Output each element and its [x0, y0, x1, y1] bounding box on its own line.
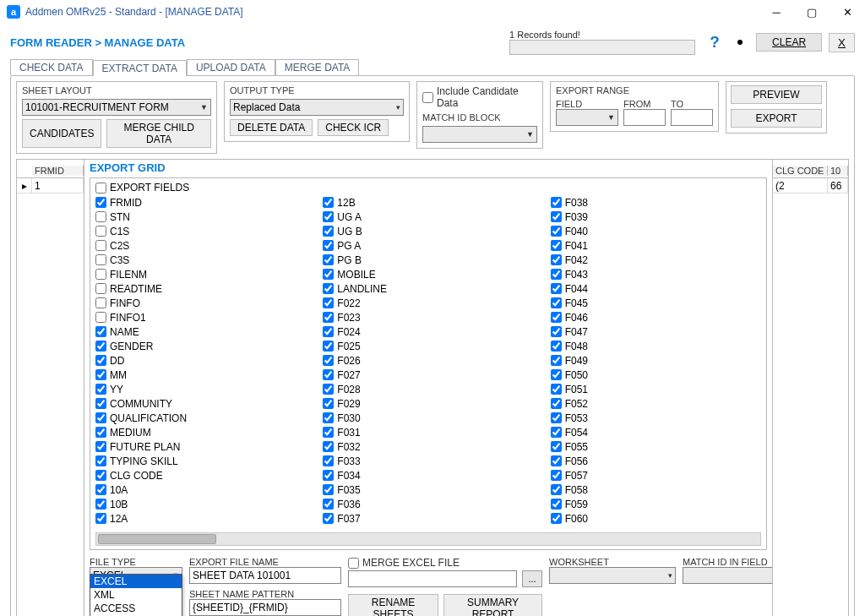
export-field-item[interactable]: F057 [551, 468, 761, 482]
grid-cell[interactable]: 1 [32, 178, 84, 193]
candidates-button[interactable]: CANDIDATES [22, 119, 101, 148]
export-field-item[interactable]: FUTURE PLAN [95, 439, 306, 454]
export-field-item[interactable]: QUALIFICATION [95, 411, 306, 425]
export-field-item[interactable]: F044 [551, 281, 761, 296]
export-field-item[interactable]: 10A [95, 482, 306, 497]
export-field-item[interactable]: F026 [323, 353, 533, 368]
match-id-in-field-select[interactable]: ▾ [683, 567, 772, 584]
export-field-item[interactable]: F025 [323, 339, 533, 353]
export-field-item[interactable]: PG B [323, 253, 533, 267]
preview-button[interactable]: PREVIEW [731, 85, 822, 104]
export-field-item[interactable]: F049 [551, 353, 761, 368]
export-field-item[interactable]: F046 [551, 310, 761, 324]
tab-extract-data[interactable]: EXTRACT DATA [93, 60, 187, 76]
export-field-item[interactable]: F039 [551, 210, 761, 224]
export-field-item[interactable]: 12B [323, 195, 533, 210]
merge-child-data-button[interactable]: MERGE CHILD DATA [106, 119, 211, 148]
export-field-item[interactable]: FILENM [95, 267, 306, 281]
export-field-item[interactable]: F024 [323, 324, 533, 339]
file-type-option[interactable]: EXCEL [90, 575, 182, 588]
export-button[interactable]: EXPORT [731, 109, 822, 128]
export-field-item[interactable]: PG A [323, 238, 533, 253]
export-field-item[interactable]: F060 [551, 511, 761, 526]
export-field-item[interactable]: UG A [323, 210, 533, 224]
sheet-name-pattern-input[interactable] [189, 599, 341, 616]
delete-data-button[interactable]: DELETE DATA [230, 119, 313, 136]
export-field-item[interactable]: F045 [551, 296, 761, 310]
browse-button[interactable]: ... [522, 570, 542, 587]
file-type-option[interactable]: ACCESS [90, 602, 182, 615]
export-field-item[interactable]: F042 [551, 253, 761, 267]
export-field-item[interactable]: C1S [95, 224, 306, 238]
gear-icon[interactable] [730, 32, 750, 52]
help-icon[interactable]: ? [705, 32, 725, 52]
export-range-field-select[interactable]: ▼ [556, 109, 618, 126]
export-field-item[interactable]: 10B [95, 497, 306, 511]
clear-button[interactable]: CLEAR [756, 33, 822, 52]
export-field-item[interactable]: FRMID [95, 195, 306, 210]
export-field-item[interactable]: F053 [551, 411, 761, 425]
export-range-to-input[interactable] [671, 109, 713, 126]
export-field-item[interactable]: F030 [323, 411, 533, 425]
export-field-item[interactable]: F033 [323, 454, 533, 468]
export-field-item[interactable]: FINFO1 [95, 310, 306, 324]
export-field-item[interactable]: UG B [323, 224, 533, 238]
export-field-item[interactable]: CLG CODE [95, 468, 306, 482]
file-type-dropdown-list[interactable]: EXCELXMLACCESSCSVSQLDAT FILE [90, 574, 182, 616]
export-field-item[interactable]: F037 [323, 511, 533, 526]
close-window-button[interactable]: ✕ [830, 0, 865, 24]
export-field-item[interactable]: F051 [551, 382, 761, 396]
export-field-item[interactable]: YY [95, 382, 306, 396]
export-field-item[interactable]: F055 [551, 439, 761, 454]
export-file-name-input[interactable] [189, 567, 341, 584]
export-field-item[interactable]: F048 [551, 339, 761, 353]
export-field-item[interactable]: F022 [323, 296, 533, 310]
export-field-item[interactable]: F031 [323, 425, 533, 439]
tab-check-data[interactable]: CHECK DATA [10, 59, 93, 75]
export-field-item[interactable]: C3S [95, 253, 306, 267]
export-field-item[interactable]: F056 [551, 454, 761, 468]
check-icr-button[interactable]: CHECK ICR [318, 119, 389, 136]
export-field-item[interactable]: F023 [323, 310, 533, 324]
close-panel-button[interactable]: X [829, 33, 855, 52]
fields-horizontal-scrollbar[interactable] [95, 532, 761, 546]
export-field-item[interactable]: F038 [551, 195, 761, 210]
export-field-item[interactable]: F036 [323, 497, 533, 511]
export-field-item[interactable]: TYPING SKILL [95, 454, 306, 468]
export-field-item[interactable]: F047 [551, 324, 761, 339]
merge-excel-path-input[interactable] [348, 570, 517, 587]
tab-upload-data[interactable]: UPLOAD DATA [187, 59, 275, 75]
merge-excel-file-checkbox[interactable]: MERGE EXCEL FILE [348, 557, 542, 569]
match-id-block-select[interactable]: ▼ [422, 126, 537, 143]
export-field-item[interactable]: F050 [551, 368, 761, 382]
export-field-item[interactable]: MM [95, 368, 306, 382]
worksheet-select[interactable]: ▾ [549, 567, 676, 584]
export-field-item[interactable]: COMMUNITY [95, 396, 306, 411]
export-field-item[interactable]: F035 [323, 482, 533, 497]
export-field-item[interactable]: F032 [323, 439, 533, 454]
output-type-select[interactable]: Replaced Data▾ [230, 99, 404, 116]
grid-cell[interactable]: 66 [828, 178, 848, 193]
grid-cell[interactable]: (2 [773, 178, 828, 193]
export-field-item[interactable]: F043 [551, 267, 761, 281]
minimize-button[interactable]: ─ [759, 0, 794, 24]
summary-report-button[interactable]: SUMMARY REPORT [443, 594, 542, 616]
export-field-item[interactable]: F052 [551, 396, 761, 411]
rename-sheets-button[interactable]: RENAME SHEETS [348, 594, 438, 616]
sheet-layout-select[interactable]: 101001-RECRUITMENT FORM▼ [22, 99, 211, 116]
export-field-item[interactable]: NAME [95, 324, 306, 339]
row-selector-icon[interactable]: ▸ [17, 178, 32, 193]
export-field-item[interactable]: F028 [323, 382, 533, 396]
export-field-item[interactable]: MEDIUM [95, 425, 306, 439]
export-field-item[interactable]: F034 [323, 468, 533, 482]
file-type-option[interactable]: XML [90, 588, 182, 602]
export-field-item[interactable]: F041 [551, 238, 761, 253]
export-field-item[interactable]: GENDER [95, 339, 306, 353]
export-field-item[interactable]: F058 [551, 482, 761, 497]
export-range-from-input[interactable] [623, 109, 666, 126]
export-fields-master-checkbox[interactable]: EXPORT FIELDS [95, 182, 761, 194]
export-field-item[interactable]: C2S [95, 238, 306, 253]
export-field-item[interactable]: STN [95, 210, 306, 224]
export-field-item[interactable]: LANDLINE [323, 281, 533, 296]
export-field-item[interactable]: DD [95, 353, 306, 368]
